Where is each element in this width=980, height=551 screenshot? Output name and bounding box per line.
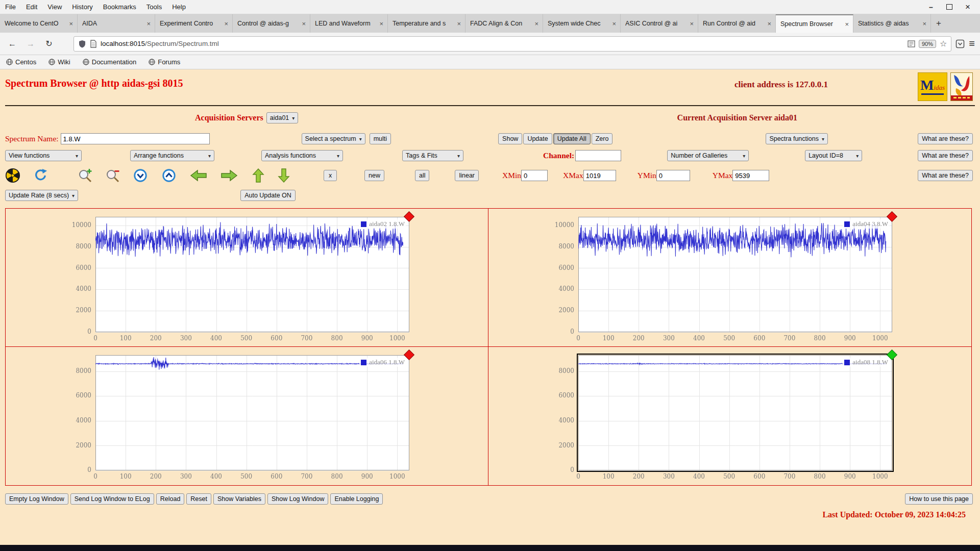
- multi-button[interactable]: multi: [370, 133, 391, 144]
- update-rate-dropdown[interactable]: Update Rate (8 secs): [5, 190, 78, 201]
- y-scale-up-icon[interactable]: [161, 168, 177, 183]
- new-tab-button[interactable]: +: [931, 14, 946, 33]
- all-button[interactable]: all: [415, 170, 430, 181]
- tab-close-icon[interactable]: ×: [921, 20, 927, 28]
- move-up-icon[interactable]: [252, 168, 264, 183]
- tab-close-icon[interactable]: ×: [844, 20, 850, 28]
- view-functions-dropdown[interactable]: View functions: [5, 150, 82, 161]
- bookmark-forums[interactable]: Forums: [149, 58, 180, 66]
- refresh-icon[interactable]: [33, 168, 48, 183]
- spectrum-plot-aida08[interactable]: [488, 347, 970, 485]
- tab-close-icon[interactable]: ×: [533, 20, 540, 28]
- browser-tab[interactable]: System wide Chec×: [543, 14, 621, 33]
- menu-help[interactable]: Help: [167, 0, 191, 14]
- menu-edit[interactable]: Edit: [21, 0, 42, 14]
- tab-close-icon[interactable]: ×: [766, 20, 772, 28]
- menu-view[interactable]: View: [42, 0, 67, 14]
- url-bar[interactable]: localhost:8015/Spectrum/Spectrum.tml 90%: [74, 36, 951, 52]
- move-down-icon[interactable]: [278, 168, 290, 183]
- spectrum-name-input[interactable]: [61, 133, 210, 144]
- reload-button[interactable]: [42, 37, 56, 51]
- radiation-icon[interactable]: [5, 168, 20, 183]
- browser-tab[interactable]: Run Control @ aid×: [698, 14, 776, 33]
- zoom-out-icon[interactable]: [105, 168, 120, 183]
- menu-tools[interactable]: Tools: [141, 0, 167, 14]
- forward-button[interactable]: [23, 37, 38, 51]
- log-button[interactable]: Enable Logging: [330, 493, 383, 505]
- zero-button[interactable]: Zero: [592, 133, 613, 144]
- x-button[interactable]: x: [324, 170, 337, 181]
- tab-close-icon[interactable]: ×: [689, 20, 695, 28]
- acquisition-server-select[interactable]: aida01: [266, 112, 299, 123]
- spectrum-plot-aida06[interactable]: [6, 347, 487, 485]
- zoom-in-icon[interactable]: [78, 168, 93, 183]
- log-button[interactable]: Send Log Window to ELog: [70, 493, 154, 505]
- update-all-button[interactable]: Update All: [553, 133, 591, 144]
- shield-icon[interactable]: [78, 40, 86, 48]
- bookmark-star-icon[interactable]: [940, 39, 947, 48]
- update-button[interactable]: Update: [523, 133, 552, 144]
- menu-bookmarks[interactable]: Bookmarks: [98, 0, 141, 14]
- minimize-icon[interactable]: [923, 2, 939, 13]
- xmin-input[interactable]: [521, 170, 548, 181]
- reader-mode-icon[interactable]: [908, 40, 915, 47]
- menu-file[interactable]: File: [0, 0, 21, 14]
- tab-close-icon[interactable]: ×: [378, 20, 384, 28]
- browser-tab[interactable]: Temperature and s×: [388, 14, 465, 33]
- bookmark-wiki[interactable]: Wiki: [48, 58, 70, 66]
- how-to-use-button[interactable]: How to use this page: [905, 493, 973, 505]
- spectrum-plot-aida02[interactable]: [6, 209, 487, 346]
- linear-button[interactable]: linear: [455, 170, 479, 181]
- app-menu-icon[interactable]: [969, 38, 975, 49]
- zoom-level-badge[interactable]: 90%: [919, 40, 936, 48]
- tab-close-icon[interactable]: ×: [223, 20, 229, 28]
- analysis-functions-dropdown[interactable]: Analysis functions: [261, 150, 343, 161]
- what-are-these-button-1[interactable]: What are these?: [918, 133, 973, 144]
- log-button[interactable]: Show Log Window: [267, 493, 329, 505]
- layout-id-dropdown[interactable]: Layout ID=8: [805, 150, 862, 161]
- browser-tab[interactable]: LED and Waveform×: [310, 14, 388, 33]
- ymin-input[interactable]: [656, 170, 690, 181]
- spectrum-plot-aida04[interactable]: [488, 209, 970, 346]
- y-scale-down-icon[interactable]: [133, 168, 148, 183]
- browser-tab[interactable]: Experiment Contro×: [155, 14, 233, 33]
- tab-close-icon[interactable]: ×: [301, 20, 307, 28]
- browser-tab[interactable]: ASIC Control @ ai×: [621, 14, 698, 33]
- what-are-these-button-3[interactable]: What are these?: [918, 170, 973, 181]
- move-left-icon[interactable]: [190, 169, 207, 182]
- maximize-icon[interactable]: [941, 2, 958, 13]
- page-info-icon[interactable]: [90, 40, 97, 48]
- tab-close-icon[interactable]: ×: [456, 20, 462, 28]
- browser-tab[interactable]: Control @ aidas-g×: [233, 14, 310, 33]
- log-button[interactable]: Show Variables: [213, 493, 265, 505]
- midas-logo[interactable]: Midas: [918, 72, 947, 101]
- tcl-powered-logo[interactable]: [950, 72, 973, 101]
- spectra-functions-dropdown[interactable]: Spectra functions: [766, 133, 828, 144]
- log-button[interactable]: Reload: [156, 493, 185, 505]
- show-button[interactable]: Show: [498, 133, 522, 144]
- tab-close-icon[interactable]: ×: [68, 20, 74, 28]
- channel-input[interactable]: [575, 150, 621, 161]
- browser-tab[interactable]: Spectrum Browser×: [776, 14, 853, 33]
- select-spectrum-dropdown[interactable]: Select a spectrum: [302, 133, 365, 144]
- save-to-pocket-icon[interactable]: [955, 39, 965, 48]
- ymax-input[interactable]: [732, 170, 769, 181]
- bookmark-centos[interactable]: Centos: [6, 58, 36, 66]
- log-button[interactable]: Reset: [186, 493, 211, 505]
- xmax-input[interactable]: [583, 170, 616, 181]
- back-button[interactable]: [5, 37, 19, 51]
- browser-tab[interactable]: AIDA×: [78, 14, 155, 33]
- browser-tab[interactable]: FADC Align & Con×: [465, 14, 543, 33]
- tags-fits-dropdown[interactable]: Tags & Fits: [402, 150, 463, 161]
- tab-close-icon[interactable]: ×: [611, 20, 617, 28]
- log-button[interactable]: Empty Log Window: [5, 493, 68, 505]
- browser-tab[interactable]: Welcome to CentO×: [0, 14, 78, 33]
- arrange-functions-dropdown[interactable]: Arrange functions: [130, 150, 214, 161]
- menu-history[interactable]: History: [67, 0, 97, 14]
- tab-close-icon[interactable]: ×: [145, 20, 152, 28]
- browser-tab[interactable]: Statistics @ aidas×: [853, 14, 931, 33]
- close-icon[interactable]: [960, 2, 976, 13]
- new-button[interactable]: new: [364, 170, 384, 181]
- move-right-icon[interactable]: [220, 169, 238, 182]
- bookmark-documentation[interactable]: Documentation: [83, 58, 136, 66]
